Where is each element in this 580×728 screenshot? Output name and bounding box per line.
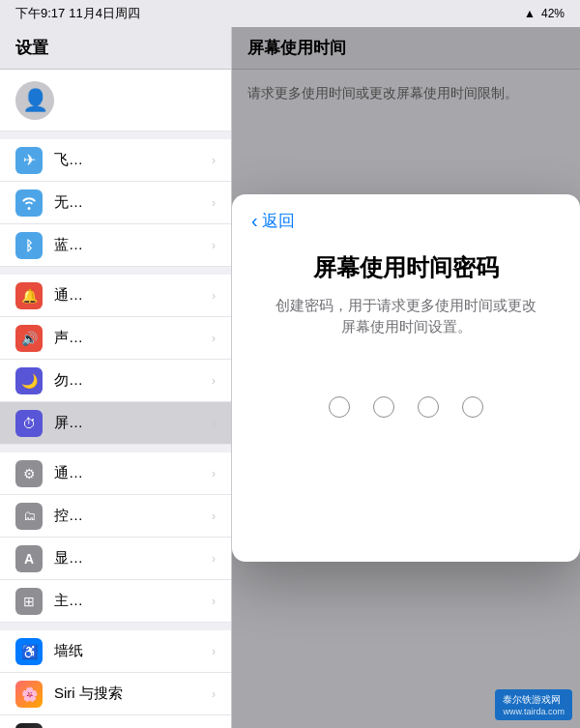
sidebar-item-notification[interactable]: 🔔 通… › xyxy=(0,275,231,317)
section-divider-2 xyxy=(0,267,231,275)
sidebar-item-sound[interactable]: 🔊 声… › xyxy=(0,317,231,360)
status-date: 11月4日周四 xyxy=(69,5,140,22)
screentime-icon: ⏱ xyxy=(15,410,43,437)
sidebar-title: 设置 xyxy=(15,37,48,59)
avatar: 👤 xyxy=(15,81,54,120)
wifi-icon-item xyxy=(15,189,43,217)
accessibility-icon: ♿ xyxy=(15,638,43,665)
status-time: 下午9:17 xyxy=(15,5,65,22)
sidebar-item-screentime[interactable]: ⏱ 屏… › xyxy=(0,402,231,445)
content-area: 屏幕使用时间 请求更多使用时间或更改屏幕使用时间限制。 ‹ 返回 屏幕使用时间密… xyxy=(232,27,580,728)
bluetooth-icon: ᛒ xyxy=(15,232,43,259)
sidebar-group-system: 🔔 通… › 🔊 声… › 🌙 勿… › ⏱ 屏… › xyxy=(0,275,231,445)
sidebar-label-wallpaper: Siri 与搜索 xyxy=(54,684,200,703)
pin-dot-2 xyxy=(373,396,394,418)
sidebar-group-general: ⚙ 通… › 🗂 控… › A 显… › ⊞ 主… › xyxy=(0,452,231,623)
sidebar-group-misc: ♿ 墙纸 › 🌸 Siri 与搜索 › Si Apple Pencil › ✏ … xyxy=(0,630,231,728)
home-icon: ⊞ xyxy=(15,588,43,615)
notification-icon: 🔔 xyxy=(15,282,43,309)
sidebar-item-wallpaper[interactable]: 🌸 Siri 与搜索 › xyxy=(0,673,231,715)
airplane-icon: ✈ xyxy=(15,147,43,174)
sidebar-item-wifi[interactable]: 无… › xyxy=(0,182,231,224)
wifi-icon: ▲ xyxy=(524,7,536,20)
sidebar-item-airplane[interactable]: ✈ 飞… › xyxy=(0,139,231,182)
wallpaper-icon: 🌸 xyxy=(15,681,43,708)
sidebar-label-dnd: 勿… xyxy=(54,371,200,390)
status-bar: 下午9:17 11月4日周四 ▲ 42% xyxy=(0,0,580,27)
display-icon: A xyxy=(15,545,43,572)
sidebar-header: 设置 xyxy=(0,27,231,70)
sound-icon: 🔊 xyxy=(15,325,43,352)
siri-icon: Si xyxy=(15,723,43,729)
battery-text: 42% xyxy=(541,7,565,20)
sidebar-label-notification: 通… xyxy=(54,286,200,305)
sidebar-item-siri[interactable]: Si Apple Pencil › xyxy=(0,715,231,728)
sidebar-label-screentime: 屏… xyxy=(54,414,200,432)
sidebar-label-bluetooth: 蓝… xyxy=(54,236,200,254)
watermark: 泰尔铁游戏网 www.tairda.com xyxy=(495,689,572,720)
sidebar-label-storage: 控… xyxy=(54,507,200,525)
sidebar-label-wifi: 无… xyxy=(54,193,200,212)
sidebar-profile[interactable]: 👤 xyxy=(0,70,231,131)
sidebar-item-bluetooth[interactable]: ᛒ 蓝… › xyxy=(0,224,231,267)
sidebar: 设置 👤 ✈ 飞… › 无… › xyxy=(0,27,232,728)
modal-back-button[interactable]: ‹ 返回 xyxy=(251,210,295,232)
sidebar-label-display: 显… xyxy=(54,549,200,568)
status-bar-right: ▲ 42% xyxy=(524,7,565,20)
pin-dot-3 xyxy=(418,396,439,418)
modal-title: 屏幕使用时间密码 xyxy=(275,252,537,283)
sidebar-item-general[interactable]: ⚙ 通… › xyxy=(0,452,231,495)
general-icon: ⚙ xyxy=(15,460,43,487)
sidebar-item-home[interactable]: ⊞ 主… › xyxy=(0,580,231,623)
sidebar-label-sound: 声… xyxy=(54,329,200,347)
sidebar-label-accessibility: 墙纸 xyxy=(54,642,200,660)
sidebar-label-airplane: 飞… xyxy=(54,151,200,169)
sidebar-item-dnd[interactable]: 🌙 勿… › xyxy=(0,360,231,402)
watermark-name: 泰尔铁游戏网 xyxy=(503,693,565,707)
storage-icon: 🗂 xyxy=(15,503,43,530)
section-divider xyxy=(0,131,231,139)
sidebar-item-accessibility[interactable]: ♿ 墙纸 › xyxy=(0,630,231,673)
section-divider-4 xyxy=(0,623,231,630)
modal-overlay: ‹ 返回 屏幕使用时间密码 创建密码，用于请求更多使用时间或更改屏幕使用时间设置… xyxy=(232,27,580,728)
dnd-icon: 🌙 xyxy=(15,367,43,394)
back-chevron-icon: ‹ xyxy=(251,210,258,232)
sidebar-item-storage[interactable]: 🗂 控… › xyxy=(0,495,231,538)
modal-card: ‹ 返回 屏幕使用时间密码 创建密码，用于请求更多使用时间或更改屏幕使用时间设置… xyxy=(232,194,580,562)
modal-subtitle: 创建密码，用于请求更多使用时间或更改屏幕使用时间设置。 xyxy=(232,295,580,338)
sidebar-label-home: 主… xyxy=(54,592,200,610)
watermark-url: www.tairda.com xyxy=(503,707,565,716)
pin-dot-1 xyxy=(329,396,350,418)
pin-dots-container xyxy=(329,396,483,418)
sidebar-group-network: ✈ 飞… › 无… › ᛒ 蓝… › xyxy=(0,139,231,267)
section-divider-3 xyxy=(0,445,231,452)
status-bar-left: 下午9:17 11月4日周四 xyxy=(15,5,140,22)
sidebar-item-display[interactable]: A 显… › xyxy=(0,538,231,580)
sidebar-label-general: 通… xyxy=(54,464,200,482)
settings-background: 设置 👤 ✈ 飞… › 无… › xyxy=(0,27,580,728)
modal-back-label: 返回 xyxy=(262,210,295,232)
pin-dot-4 xyxy=(462,396,483,418)
